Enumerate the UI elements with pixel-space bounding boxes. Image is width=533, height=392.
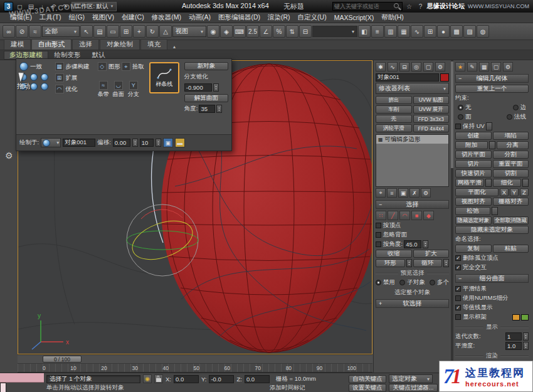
- hide-unselected-button[interactable]: 隐藏未选定对象: [455, 226, 529, 234]
- key-filters-button[interactable]: 关键点过滤器...: [389, 384, 438, 392]
- menu-item[interactable]: 编辑(E): [6, 13, 36, 22]
- curve-editor-icon[interactable]: ∿: [411, 25, 423, 38]
- tab-modeling[interactable]: 建模: [4, 39, 31, 50]
- ribbon-minimize-icon[interactable]: ▴: [173, 44, 176, 50]
- planar-z-button[interactable]: Z: [520, 188, 529, 196]
- offset-spinner[interactable]: [132, 139, 138, 147]
- loop-button[interactable]: 循环: [413, 259, 443, 267]
- constraint-edge-radio[interactable]: 边: [513, 103, 527, 112]
- by-angle-checkbox[interactable]: 按角度:: [376, 240, 403, 248]
- optimize-tool[interactable]: ◠优化: [55, 85, 93, 93]
- rollout-subdivision-surface[interactable]: −细分曲面: [455, 274, 529, 283]
- time-slider-handle[interactable]: 0 / 100: [43, 356, 82, 363]
- hierarchy-tab-icon[interactable]: ⊟: [399, 62, 409, 72]
- modifier-button[interactable]: 涡轮平滑: [376, 124, 412, 132]
- isolate-toggle-icon[interactable]: ◉: [143, 374, 152, 383]
- bind-to-spacewarp-icon[interactable]: ≈: [29, 25, 41, 38]
- add-time-tag[interactable]: 添加时间标记: [270, 384, 305, 392]
- tab-selection[interactable]: 选择: [72, 39, 99, 50]
- branches-tool[interactable]: Y分支: [128, 81, 139, 98]
- tab-freeform[interactable]: 自由形式: [31, 39, 71, 50]
- show-end-result-icon[interactable]: ≡: [387, 188, 397, 198]
- spinner-snap-icon[interactable]: ⇅: [286, 25, 298, 38]
- smoothness-field[interactable]: 1.0: [505, 342, 522, 350]
- iterations-field[interactable]: 1: [505, 332, 522, 341]
- select-and-rotate-icon[interactable]: ↻: [146, 25, 159, 38]
- preserve-uv-checkbox[interactable]: 保持 UV: [455, 122, 485, 130]
- angle-snap-icon[interactable]: ∠: [260, 25, 272, 38]
- modify-tab-icon[interactable]: ∿: [388, 62, 398, 72]
- loop-spinner[interactable]: [443, 259, 449, 267]
- modifier-button[interactable]: 车削: [376, 105, 412, 114]
- smooth-result-checkbox[interactable]: 平滑结果: [455, 285, 529, 293]
- constraint-face-radio[interactable]: 面: [458, 113, 472, 121]
- configure-modifier-sets-icon[interactable]: ⚙: [421, 188, 431, 198]
- view-align-button[interactable]: 视图对齐: [455, 198, 492, 206]
- search-input[interactable]: [334, 3, 394, 9]
- cut-button[interactable]: 切割: [493, 169, 529, 177]
- paste-button[interactable]: 粘贴: [493, 245, 529, 253]
- display-tab-icon[interactable]: ▢: [423, 62, 433, 72]
- ribbon-toggle-icon[interactable]: ▦: [398, 25, 410, 38]
- select-and-move-icon[interactable]: +: [133, 25, 145, 38]
- macro-recorder-pane[interactable]: [0, 373, 44, 383]
- menu-item[interactable]: 组(G): [65, 13, 88, 22]
- ring-button[interactable]: 环形: [376, 259, 405, 267]
- tessellate-button[interactable]: 细化: [493, 179, 522, 187]
- motion-tab-icon[interactable]: ◎: [411, 62, 421, 72]
- menu-item[interactable]: 视图(V): [88, 13, 118, 22]
- mirror-icon[interactable]: ◧: [358, 25, 371, 38]
- by-vertex-checkbox[interactable]: 按顶点: [376, 221, 449, 230]
- rollout-selection[interactable]: −选择: [376, 200, 449, 209]
- star-icon[interactable]: ★: [455, 62, 465, 72]
- brush-icon[interactable]: ✎: [467, 62, 477, 72]
- relax-settings-icon[interactable]: [492, 207, 498, 215]
- window-crossing-icon[interactable]: ⊞: [120, 25, 132, 38]
- workspace-dropdown[interactable]: 工作区: 默认: [71, 2, 117, 11]
- meshsmooth-settings-icon[interactable]: [485, 179, 492, 187]
- maxscript-mini-listener[interactable]: [0, 373, 44, 392]
- help-icon[interactable]: ?: [416, 2, 425, 11]
- use-nurms-checkbox[interactable]: 使用NURMS细分: [455, 294, 529, 302]
- planar-y-button[interactable]: Y: [510, 188, 519, 196]
- planar-x-button[interactable]: X: [500, 188, 509, 196]
- split-button[interactable]: 分割: [493, 151, 529, 159]
- menu-item[interactable]: 自定义(U): [294, 13, 330, 22]
- selection-filter-dropdown[interactable]: 全部: [42, 26, 80, 37]
- tessellate-settings-icon[interactable]: [522, 179, 529, 187]
- gear-icon[interactable]: ⚙: [5, 151, 13, 161]
- create-tab-icon[interactable]: ✱: [376, 62, 386, 72]
- edit-named-sets-icon[interactable]: ⊟: [299, 25, 312, 38]
- border-icon[interactable]: ◠: [399, 211, 410, 220]
- vertex-icon[interactable]: ∷: [376, 211, 386, 220]
- menu-item[interactable]: 动画(A): [185, 13, 214, 22]
- stack-item-editable-poly[interactable]: ▦ 可编辑多边形: [376, 135, 448, 144]
- copy-button[interactable]: 复制: [455, 245, 492, 253]
- listener-pane[interactable]: [0, 383, 6, 392]
- monitor-icon[interactable]: ▢: [491, 62, 501, 72]
- min-distance-spinner[interactable]: [156, 139, 161, 147]
- draw-on-dropdown[interactable]: [41, 138, 61, 147]
- time-slider[interactable]: 0 / 100: [18, 354, 372, 363]
- modifier-button[interactable]: 壳: [376, 115, 412, 123]
- conform-tool[interactable]: 一致: [19, 62, 50, 71]
- y-coordinate-field[interactable]: -0.0: [209, 375, 234, 383]
- material-editor-icon[interactable]: ●: [437, 25, 450, 38]
- named-selection-sets-dropdown[interactable]: [312, 26, 357, 37]
- brush-icon[interactable]: [30, 73, 38, 81]
- modifier-list-dropdown[interactable]: 修改器列表: [376, 83, 449, 94]
- preview-disable-radio[interactable]: 禁用: [376, 278, 395, 287]
- solve-surface-button[interactable]: 解算曲面: [184, 94, 228, 102]
- grow-button[interactable]: 扩大: [413, 250, 450, 258]
- angle-field[interactable]: 35: [199, 105, 215, 113]
- modifier-stack[interactable]: ▦ 可编辑多边形: [376, 134, 449, 187]
- rendered-frame-icon[interactable]: ▨: [463, 25, 476, 38]
- menu-item[interactable]: 渲染(R): [264, 13, 294, 22]
- element-icon[interactable]: ◆: [423, 211, 434, 220]
- menu-item[interactable]: MAXScript(X): [330, 14, 378, 21]
- extend-tool[interactable]: ⊞扩展: [55, 73, 93, 82]
- brush-icon[interactable]: [41, 83, 48, 90]
- by-angle-spinner[interactable]: [423, 240, 428, 248]
- splines-tool[interactable]: 样条线: [149, 62, 179, 93]
- repeat-last-button[interactable]: 重复上一个: [455, 85, 529, 93]
